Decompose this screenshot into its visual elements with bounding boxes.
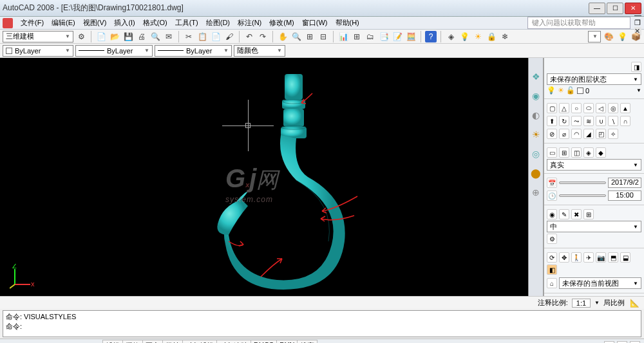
materials-panel-icon[interactable]: ◎ — [530, 148, 542, 160]
zoom-win-icon[interactable]: ⊞ — [304, 31, 316, 42]
gear-icon[interactable]: ⚙ — [547, 234, 557, 244]
redo-icon[interactable]: ↷ — [257, 31, 269, 42]
intersect-icon[interactable]: ∩ — [620, 116, 630, 126]
loft-icon[interactable]: ≋ — [583, 116, 594, 126]
material-map-icon[interactable]: ⊞ — [583, 209, 594, 219]
lock-icon[interactable]: 🔓 — [566, 86, 575, 95]
workspace-dropdown[interactable]: 三维建模 ▼ — [3, 31, 73, 42]
doc-restore-button[interactable]: ❐ — [634, 19, 641, 27]
minimize-button[interactable]: — — [589, 3, 605, 14]
workspace-settings-icon[interactable]: ⚙ — [75, 31, 87, 42]
visual-panel-icon[interactable]: ◐ — [530, 109, 542, 121]
menu-dimension[interactable]: 标注(N) — [234, 17, 265, 29]
menu-draw[interactable]: 绘图(D) — [202, 17, 234, 29]
lock-icon[interactable]: 🔒 — [486, 31, 497, 42]
chevron-down-icon[interactable]: ▼ — [594, 300, 600, 306]
revolve-icon[interactable]: ↻ — [559, 116, 569, 126]
paste-icon[interactable]: 📄 — [210, 31, 222, 42]
cylinder-primitive-icon[interactable]: ⬭ — [583, 103, 594, 113]
pan-nav-icon[interactable]: ✥ — [559, 252, 569, 263]
anno-scale-value[interactable]: 1:1 — [572, 299, 591, 308]
time-input[interactable]: 15:00 — [608, 190, 641, 201]
clean-screen-icon[interactable] — [630, 341, 640, 344]
drawing-canvas[interactable]: Gxj网 system.com Z x — [0, 58, 528, 296]
anno-icon[interactable]: 📐 — [629, 297, 640, 309]
help-search-input[interactable]: 键入问题以获取帮助 — [527, 17, 630, 29]
toggle-grid[interactable]: 栅格 — [122, 340, 143, 343]
save-icon[interactable]: 💾 — [122, 31, 134, 42]
walk-icon[interactable]: 🚶 — [571, 252, 582, 263]
lineweight-dropdown[interactable]: ByLayer ▼ — [155, 45, 232, 57]
fillet-icon[interactable]: ◠ — [571, 129, 582, 139]
bulb-icon[interactable]: 💡 — [547, 86, 556, 95]
wedge-primitive-icon[interactable]: ◁ — [596, 103, 606, 113]
layout-tab-icon[interactable]: ▤ — [332, 340, 343, 344]
copy-icon[interactable]: 📋 — [196, 31, 208, 42]
command-window[interactable]: 命令: VISUALSTYLES 命令: — [3, 310, 641, 337]
menu-modify[interactable]: 修改(M) — [265, 17, 298, 29]
sphere-primitive-icon[interactable]: ○ — [571, 103, 582, 113]
cut-icon[interactable]: ✂ — [183, 31, 194, 42]
right-dropdown[interactable]: ▼ — [588, 31, 601, 42]
sheet-icon[interactable]: 📑 — [378, 31, 390, 42]
render-panel-icon[interactable]: ⬤ — [530, 167, 542, 179]
layer-state-dropdown[interactable]: 未保存的图层状态▼ — [547, 73, 641, 85]
match-icon[interactable]: 🖌 — [223, 31, 235, 42]
cone-primitive-icon[interactable]: △ — [559, 103, 569, 113]
render-icon[interactable]: 🎨 — [603, 31, 614, 42]
plot-icon[interactable]: 🖨 — [136, 31, 147, 42]
menu-window[interactable]: 窗口(W) — [298, 17, 332, 29]
vs-concept-icon[interactable]: ◆ — [596, 147, 606, 158]
layers-panel-icon[interactable]: ❖ — [530, 71, 542, 82]
sun-icon[interactable]: ☀ — [472, 31, 484, 42]
union-icon[interactable]: ∪ — [596, 116, 606, 126]
clock-icon[interactable]: 🕒 — [547, 190, 557, 201]
date-input[interactable]: 2017/9/2 — [608, 178, 641, 188]
layer-iso-icon[interactable]: ◈ — [445, 31, 457, 42]
tool-pal-icon[interactable]: 🗂 — [365, 31, 376, 42]
view-front-icon[interactable]: ⬓ — [620, 252, 630, 263]
maximize-button[interactable]: ☐ — [607, 3, 623, 14]
menu-help[interactable]: 帮助(H) — [332, 17, 363, 29]
undo-icon[interactable]: ↶ — [243, 31, 255, 42]
menu-edit[interactable]: 编辑(E) — [48, 17, 79, 29]
vs-wire-icon[interactable]: ⊞ — [559, 147, 569, 158]
vs-hidden-icon[interactable]: ◫ — [571, 147, 582, 158]
view-iso-icon[interactable]: ◧ — [547, 264, 557, 275]
light-icon[interactable]: 💡 — [616, 31, 628, 42]
new-icon[interactable]: 📄 — [95, 31, 107, 42]
vs-real-icon[interactable]: ◈ — [583, 147, 594, 158]
publish-icon[interactable]: ✉ — [163, 31, 175, 42]
menu-file[interactable]: 文件(F) — [17, 17, 48, 29]
chamfer-icon[interactable]: ◢ — [583, 129, 594, 139]
nav-panel-icon[interactable]: ⊕ — [530, 187, 542, 198]
home-icon[interactable]: ⌂ — [547, 278, 557, 288]
imprint-icon[interactable]: ✧ — [608, 129, 618, 139]
props-icon[interactable]: 📊 — [337, 31, 349, 42]
extrude-icon[interactable]: ⬆ — [547, 116, 557, 126]
box-primitive-icon[interactable]: ▢ — [547, 103, 557, 113]
dc-icon[interactable]: ⊞ — [351, 31, 363, 42]
view-state-dropdown[interactable]: 未保存的当前视图▼ — [559, 277, 641, 289]
fly-icon[interactable]: ✈ — [583, 252, 594, 263]
bulb-on-icon[interactable]: 💡 — [459, 31, 470, 42]
chevron-down-icon[interactable]: ▼ — [636, 88, 641, 93]
toggle-osnap[interactable]: 对象捕捉 — [182, 340, 217, 343]
light-panel-icon[interactable]: ☀ — [530, 129, 542, 140]
camera-icon[interactable]: 📷 — [596, 252, 606, 263]
color-dropdown[interactable]: ByLayer ▼ — [3, 45, 73, 57]
material-dropdown[interactable]: 中▼ — [547, 221, 641, 232]
panel-menu-icon[interactable]: ◨ — [631, 62, 641, 72]
material-remove-icon[interactable]: ✖ — [571, 209, 582, 219]
menu-view[interactable]: 视图(V) — [79, 17, 111, 29]
toggle-polar[interactable]: 极轴 — [162, 340, 183, 343]
section-icon[interactable]: ⊘ — [547, 129, 557, 139]
menu-format[interactable]: 格式(O) — [139, 17, 171, 29]
preview-icon[interactable]: 🔍 — [149, 31, 161, 42]
model-tab-icon[interactable]: ▦ — [320, 340, 332, 344]
lock-status-icon[interactable] — [604, 341, 614, 344]
zoom-prev-icon[interactable]: ⊟ — [317, 31, 329, 42]
view-top-icon[interactable]: ⬒ — [608, 252, 618, 263]
menu-tools[interactable]: 工具(T) — [171, 17, 202, 29]
sweep-icon[interactable]: ⤳ — [571, 116, 582, 126]
